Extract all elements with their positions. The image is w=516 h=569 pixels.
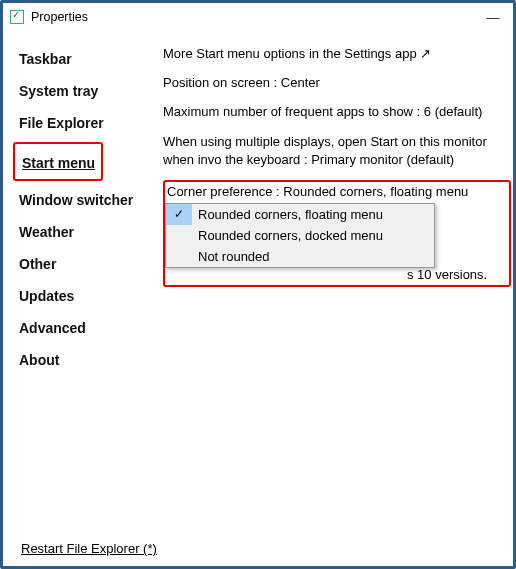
dropdown-label: Not rounded [192, 249, 270, 264]
option-max-apps[interactable]: Maximum number of frequent apps to show … [163, 103, 511, 121]
sidebar-item-advanced[interactable]: Advanced [13, 312, 90, 344]
sidebar: Taskbar System tray File Explorer Start … [3, 31, 155, 536]
sidebar-item-file-explorer[interactable]: File Explorer [13, 107, 108, 139]
content-area: Taskbar System tray File Explorer Start … [3, 31, 513, 536]
main-panel: More Start menu options in the Settings … [155, 31, 513, 536]
external-link-icon: ↗ [420, 46, 431, 61]
sidebar-item-start-menu[interactable]: Start menu [16, 147, 99, 179]
sidebar-item-taskbar[interactable]: Taskbar [13, 43, 76, 75]
dropdown-item-floating[interactable]: ✓ Rounded corners, floating menu [166, 204, 434, 225]
check-column [166, 225, 192, 246]
minimize-button[interactable]: — [479, 7, 507, 27]
footer: Restart File Explorer (*) [21, 541, 157, 556]
dropdown-item-docked[interactable]: Rounded corners, docked menu [166, 225, 434, 246]
corner-dropdown: ✓ Rounded corners, floating menu Rounded… [165, 203, 435, 268]
obscured-text: s 10 versions. [165, 267, 509, 282]
sidebar-item-weather[interactable]: Weather [13, 216, 78, 248]
option-corner-preference[interactable]: Corner preference : Rounded corners, flo… [165, 184, 509, 201]
app-icon [9, 9, 25, 25]
option-more-settings[interactable]: More Start menu options in the Settings … [163, 45, 511, 63]
check-column: ✓ [166, 204, 192, 225]
title-bar: Properties — [3, 3, 513, 31]
dropdown-label: Rounded corners, floating menu [192, 207, 383, 222]
sidebar-item-about[interactable]: About [13, 344, 63, 376]
sidebar-item-system-tray[interactable]: System tray [13, 75, 102, 107]
option-label: More Start menu options in the Settings … [163, 46, 417, 61]
dropdown-label: Rounded corners, docked menu [192, 228, 383, 243]
window-title: Properties [31, 10, 88, 24]
sidebar-item-window-switcher[interactable]: Window switcher [13, 184, 137, 216]
dropdown-item-not-rounded[interactable]: Not rounded [166, 246, 434, 267]
restart-explorer-link[interactable]: Restart File Explorer (*) [21, 541, 157, 556]
highlight-box-sidebar: Start menu [13, 142, 103, 181]
option-multi-display[interactable]: When using multiple displays, open Start… [163, 133, 511, 169]
obscured-text-tail: s 10 versions. [407, 267, 487, 282]
sidebar-item-other[interactable]: Other [13, 248, 60, 280]
check-icon: ✓ [174, 207, 184, 221]
option-position[interactable]: Position on screen : Center [163, 74, 511, 92]
highlight-box-corner: Corner preference : Rounded corners, flo… [163, 180, 511, 287]
check-column [166, 246, 192, 267]
window-controls: — [479, 7, 507, 27]
sidebar-item-updates[interactable]: Updates [13, 280, 78, 312]
